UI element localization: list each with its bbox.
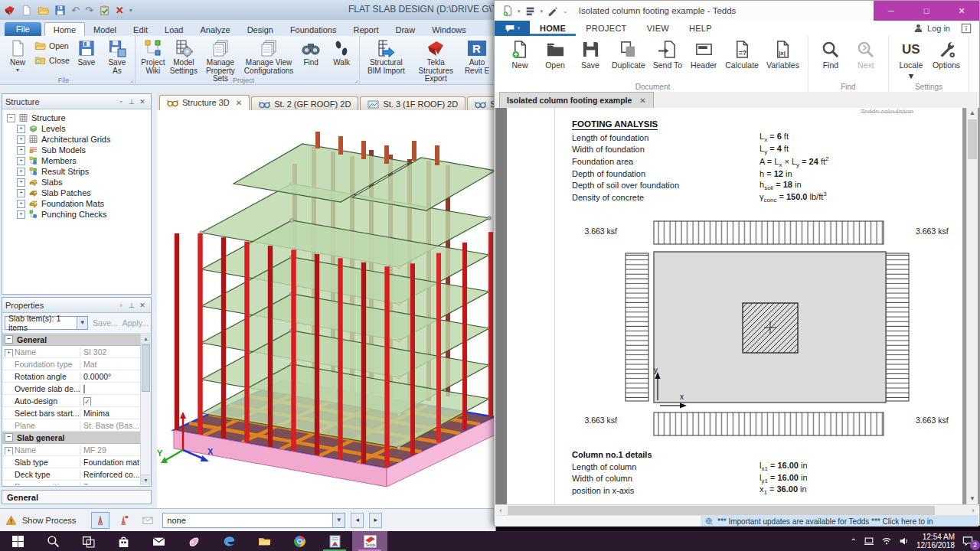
taskbar-taskview-button[interactable]: [70, 531, 106, 551]
quick-new-icon[interactable]: [502, 5, 513, 16]
tree-item-members[interactable]: +Members: [4, 155, 149, 166]
property-value[interactable]: SI 302: [80, 347, 141, 357]
collapse-icon[interactable]: −: [5, 335, 13, 344]
property-value[interactable]: St. Base (Bas...: [80, 421, 141, 430]
ribbon-button-locale[interactable]: USLocale▼: [893, 40, 929, 80]
taskbar-start-button[interactable]: [0, 531, 35, 551]
ribbon-button-structural-bim-import[interactable]: Structural BIM Import: [362, 37, 410, 77]
expand-icon[interactable]: +: [17, 189, 25, 197]
expand-icon[interactable]: +: [17, 157, 25, 165]
collapse-icon[interactable]: −: [5, 433, 13, 442]
qat-more-icon[interactable]: ▾: [129, 5, 132, 16]
scrollbar-thumb[interactable]: [508, 506, 935, 515]
property-value[interactable]: Reinforced co...: [80, 470, 141, 479]
property-value[interactable]: MF 29: [80, 445, 141, 455]
update-notice[interactable]: *** Important updates are available for …: [701, 516, 978, 527]
ribbon-button-send-to[interactable]: Send To: [649, 40, 686, 70]
menu-item-view[interactable]: VIEW: [637, 21, 679, 36]
expand-icon[interactable]: +: [17, 210, 25, 219]
dialog-launcher-icon[interactable]: ⌟: [354, 77, 358, 83]
open-file-icon[interactable]: [38, 5, 49, 16]
property-value[interactable]: Two-way: [80, 482, 141, 486]
property-row-name[interactable]: +NameSI 302: [2, 346, 141, 358]
ribbon-button-manage-view-configurations[interactable]: Manage View Configurations: [242, 37, 296, 77]
tree-item-slab-patches[interactable]: +Slab Patches: [4, 187, 149, 198]
maximize-button[interactable]: □: [909, 1, 944, 21]
taskbar-tsd-button[interactable]: [317, 531, 352, 551]
taskbar-store-button[interactable]: [106, 531, 141, 551]
menu-tab-file[interactable]: File: [5, 22, 41, 36]
undo-icon[interactable]: ↶: [71, 5, 80, 16]
ribbon-button-duplicate[interactable]: Duplicate: [608, 40, 649, 70]
ribbon-button-save-as[interactable]: Save As: [102, 37, 132, 77]
validate-icon[interactable]: [99, 5, 110, 16]
previous-loadcase-button[interactable]: ◂: [351, 513, 364, 528]
scrollbar-thumb[interactable]: [142, 344, 150, 392]
tree-item-punching-checks[interactable]: +Punching Checks: [4, 209, 149, 220]
menu-tab-design[interactable]: Design: [239, 23, 282, 36]
action-center-button[interactable]: 2: [962, 535, 975, 547]
close-button[interactable]: ✕: [944, 1, 979, 21]
close-icon[interactable]: ✕: [639, 96, 645, 105]
selection-dropdown[interactable]: Slab Item(s): 1 items ▼: [5, 316, 88, 330]
chevron-down-icon[interactable]: ▾: [541, 5, 544, 17]
expand-icon[interactable]: +: [5, 349, 13, 357]
property-row-select-bars-start[interactable]: Select bars start...Minima: [2, 407, 141, 419]
vertical-scrollbar[interactable]: ▲ ▼: [966, 108, 978, 504]
menu-tab-home[interactable]: Home: [44, 22, 85, 36]
menu-tab-windows[interactable]: Windows: [423, 23, 475, 36]
ribbon-button-new[interactable]: New: [502, 40, 537, 70]
tedds-app-button[interactable]: ▾: [495, 21, 530, 36]
taskbar-chrome-button[interactable]: [282, 531, 317, 551]
menu-item-help[interactable]: HELP: [679, 21, 722, 36]
feedback-icon[interactable]: [961, 23, 972, 34]
scroll-right-icon[interactable]: ›: [968, 507, 978, 514]
ribbon-button-calculate[interactable]: =?Calculate: [721, 40, 763, 70]
menu-tab-draw[interactable]: Draw: [387, 23, 423, 36]
ribbon-button-header[interactable]: Header: [686, 40, 721, 70]
chevron-down-icon[interactable]: ▼: [332, 514, 345, 527]
3d-viewport[interactable]: YX: [157, 110, 496, 508]
tray-expand-icon[interactable]: ⌃: [851, 537, 857, 546]
login-button[interactable]: Log in: [913, 23, 961, 34]
taskbar-search-button[interactable]: [35, 531, 70, 551]
menu-tab-report[interactable]: Report: [345, 23, 387, 36]
property-row-foundation-type[interactable]: Foundation typeMat: [2, 358, 141, 370]
scroll-down-icon[interactable]: ▼: [141, 474, 151, 485]
device-icon[interactable]: [864, 536, 874, 546]
apply-properties-button[interactable]: Apply...: [122, 318, 149, 328]
ribbon-button-next[interactable]: Next: [848, 40, 884, 70]
delete-icon[interactable]: ✕: [116, 5, 124, 16]
ribbon-button-model-settings[interactable]: Model Settings: [168, 37, 199, 77]
scrollbar-thumb[interactable]: [968, 119, 977, 159]
tree-item-architectural-grids[interactable]: +Architectural Grids: [4, 134, 149, 145]
property-row-slab-type[interactable]: Slab typeFoundation mat: [2, 456, 141, 468]
taskbar-mail-button[interactable]: [141, 531, 176, 551]
menu-item-home[interactable]: HOME: [530, 21, 576, 36]
ribbon-button-new[interactable]: New▼: [2, 37, 33, 74]
property-value[interactable]: [80, 384, 141, 393]
tree-item-sub-models[interactable]: +Sub Models: [4, 145, 149, 155]
horizontal-scrollbar[interactable]: ‹ ›: [495, 504, 978, 516]
property-row-rotation-angle[interactable]: Rotation angle0.0000°: [2, 370, 141, 383]
float-panel-icon[interactable]: ▫: [116, 98, 126, 106]
expand-icon[interactable]: +: [17, 135, 25, 144]
view-tab-structure-3d[interactable]: Structure 3D✕: [159, 95, 250, 110]
new-file-icon[interactable]: [21, 5, 32, 16]
expand-icon[interactable]: +: [17, 168, 25, 176]
expand-icon[interactable]: +: [17, 178, 25, 187]
checkbox[interactable]: [83, 385, 85, 393]
property-row-decomposition[interactable]: DecompositionTwo-way: [2, 481, 141, 485]
document-page[interactable]: Tedds calculation FOOTING ANALYSIS Lengt…: [507, 108, 962, 504]
view-tab-st-2-gf-roof-2d[interactable]: St. 2 (GF ROOF) 2D: [251, 96, 358, 110]
ribbon-button-open[interactable]: Open: [537, 40, 573, 70]
expand-icon[interactable]: +: [5, 447, 13, 455]
property-row-override-slab-de[interactable]: Override slab de...: [2, 383, 141, 395]
tree-item-foundation-mats[interactable]: +Foundation Mats: [4, 198, 149, 209]
clock[interactable]: 12:54 AM 12/16/2018: [916, 533, 955, 549]
pin-icon[interactable]: ⊥: [126, 302, 137, 309]
show-process-label[interactable]: Show Process: [22, 516, 76, 525]
loading-plan-toggle[interactable]: [115, 512, 133, 529]
ribbon-button-walk[interactable]: Walk: [326, 37, 357, 69]
property-value[interactable]: 0.0000°: [80, 372, 141, 381]
